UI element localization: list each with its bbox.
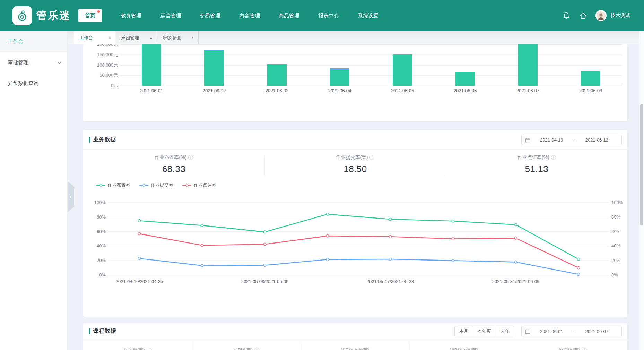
bar-2021-06-03 <box>267 64 287 86</box>
info-icon[interactable]: i <box>147 348 151 350</box>
bar-xtick-label: 2021-06-01 <box>129 88 174 93</box>
line-point <box>201 244 203 247</box>
range-button-1[interactable]: 本年度 <box>473 326 496 336</box>
line-point <box>389 236 391 238</box>
bar-ytick-label: 200,000元 <box>83 44 118 48</box>
line-ytick-right: 60% <box>611 229 620 234</box>
business-data-panel: 业务数据 2021-04-19 - 2021-06-13 作业布置率(%)i68… <box>83 130 627 317</box>
nav-item-home[interactable]: 首页 <box>78 9 102 22</box>
navbar-right: 技术测试 <box>562 10 644 21</box>
course-stat-label: VIP线上课(节) <box>341 347 369 350</box>
bar-gridline <box>120 75 622 76</box>
bar-2021-06-05 <box>393 54 412 86</box>
tab-0[interactable]: 工作台× <box>74 31 115 44</box>
bar-secondary-2021-06-04 <box>330 68 349 69</box>
home-icon[interactable] <box>579 11 587 20</box>
course-date-range-picker[interactable]: 2021-06-01 - 2021-06-07 <box>521 326 622 336</box>
line-ytick-left: 60% <box>97 229 106 234</box>
brand-logo-icon <box>12 6 32 25</box>
nav-item-1[interactable]: 教务管理 <box>121 12 141 19</box>
bar-xtick-label: 2021-06-02 <box>192 88 237 93</box>
tab-1[interactable]: 乐团管理× <box>115 31 157 44</box>
tab-close-icon[interactable]: × <box>150 35 153 40</box>
tab-close-icon[interactable]: × <box>108 35 111 40</box>
line-ytick-right: 100% <box>611 200 623 205</box>
line-point <box>138 232 140 235</box>
sidebar-item-label: 审批管理 <box>8 59 28 66</box>
bar-ytick-label: 150,000元 <box>83 52 118 58</box>
user-name[interactable]: 技术测试 <box>611 12 630 19</box>
sidebar-item-1[interactable]: 审批管理 <box>0 52 67 73</box>
course-stat-label: 网管课(节) <box>559 347 580 350</box>
course-stat-label: VIP线下课(节) <box>450 347 478 350</box>
tab-bar: 工作台×乐团管理×班级管理× <box>68 31 644 44</box>
line-point <box>326 235 329 237</box>
line-ytick-right: 40% <box>611 243 620 248</box>
bar-xtick-label: 2021-06-03 <box>254 88 299 93</box>
nav-item-5[interactable]: 商品管理 <box>279 12 299 19</box>
range-button-0[interactable]: 本月 <box>454 326 473 336</box>
line-point <box>201 224 203 227</box>
line-point <box>452 259 454 262</box>
brand-logo[interactable]: 管乐迷 <box>0 6 73 25</box>
nav-item-3[interactable]: 交易管理 <box>200 12 220 19</box>
sidebar-collapse-handle[interactable]: ‹ <box>68 181 74 212</box>
line-chart: 100%100%80%80%60%60%40%40%20%20%0%0%2021… <box>83 130 627 290</box>
nav-item-4[interactable]: 内容管理 <box>239 12 260 19</box>
course-stat-label: VIP课(节) <box>234 347 253 350</box>
bar-2021-06-02 <box>204 50 224 86</box>
sidebar-item-label: 异常数据查询 <box>8 80 39 87</box>
course-stat-2: VIP线上课(节) <box>301 345 410 350</box>
notifications-bell-icon[interactable] <box>562 11 571 20</box>
nav-item-2[interactable]: 运营管理 <box>160 12 181 19</box>
line-point <box>577 273 580 275</box>
line-point <box>389 258 391 260</box>
date-range-separator: - <box>573 329 575 334</box>
line-point <box>201 264 203 267</box>
line-series-作业提交率 <box>139 258 578 274</box>
line-point <box>577 258 580 260</box>
sidebar-item-0[interactable]: 工作台 <box>0 31 67 52</box>
bar-2021-06-01 <box>142 44 161 86</box>
date-range-end[interactable]: 2021-06-07 <box>576 329 618 334</box>
sidebar-item-2[interactable]: 异常数据查询 <box>0 73 67 94</box>
nav-item-6[interactable]: 报表中心 <box>318 12 339 19</box>
line-point <box>138 220 140 222</box>
line-ytick-left: 100% <box>94 200 106 205</box>
line-point <box>326 258 329 261</box>
tab-2[interactable]: 班级管理× <box>157 31 199 44</box>
tab-close-icon[interactable]: × <box>191 35 194 40</box>
nav-item-7[interactable]: 系统设置 <box>358 12 378 19</box>
avatar[interactable] <box>595 10 607 21</box>
line-ytick-left: 80% <box>97 214 106 220</box>
line-point <box>577 267 580 269</box>
bar-2021-06-08 <box>581 71 600 86</box>
course-section-title: 课程数据 <box>93 327 116 335</box>
line-ytick-left: 20% <box>97 258 106 263</box>
notification-badge-dot <box>97 10 100 13</box>
bar-gridline <box>120 86 622 86</box>
range-button-2[interactable]: 去年 <box>496 326 514 336</box>
line-point <box>326 213 329 215</box>
course-range-buttons: 本月本年度去年 <box>454 326 514 336</box>
line-point <box>138 257 140 259</box>
line-point <box>263 231 266 233</box>
page-scrollbar[interactable] <box>639 31 644 350</box>
bar-2021-06-04 <box>330 70 349 86</box>
date-range-start[interactable]: 2021-06-01 <box>530 329 573 334</box>
tab-label: 班级管理 <box>163 35 181 41</box>
line-ytick-left: 40% <box>97 243 106 248</box>
course-data-panel: 课程数据 本月本年度去年 2021-06-01 - 2021-06-07 乐团课… <box>83 323 627 350</box>
info-icon[interactable]: i <box>254 348 259 350</box>
sidebar: 工作台审批管理异常数据查询 <box>0 31 68 350</box>
scrollbar-thumb[interactable] <box>640 104 643 225</box>
bar-xtick-label: 2021-06-07 <box>505 88 550 93</box>
bar-xtick-label: 2021-06-08 <box>568 88 613 93</box>
info-icon[interactable]: i <box>582 348 587 350</box>
bar-gridline <box>120 65 622 66</box>
line-xtick-label: 2021-05-03/2021-05-09 <box>241 279 289 284</box>
line-ytick-left: 0% <box>99 272 106 278</box>
main-nav: 首页教务管理运营管理交易管理内容管理商品管理报表中心系统设置 <box>78 9 378 22</box>
line-series-作业点评率 <box>139 234 578 268</box>
course-stat-0: 乐团课(节)i <box>83 345 192 350</box>
